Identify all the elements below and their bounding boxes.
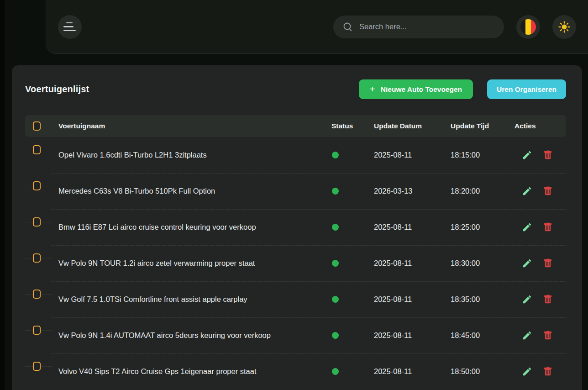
- edit-button[interactable]: [522, 150, 532, 160]
- column-header-update-datum: Update Datum: [374, 122, 451, 130]
- trash-icon: [543, 186, 552, 196]
- trash-icon: [543, 367, 552, 376]
- belgium-flag-icon: [520, 19, 536, 35]
- row-checkbox[interactable]: [33, 181, 41, 190]
- delete-button[interactable]: [543, 295, 552, 304]
- update-time: 18:15:00: [451, 151, 514, 159]
- update-date: 2025-08-11: [374, 223, 451, 232]
- row-checkbox-cell: [25, 209, 58, 245]
- delete-button[interactable]: [543, 150, 552, 160]
- trash-icon: [543, 295, 552, 304]
- table-body: Opel Vivaro 1.6cdti Bi-Turbo L2H1 3zitpl…: [25, 137, 566, 390]
- edit-pencil-icon: [522, 330, 532, 341]
- edit-pencil-icon: [522, 258, 532, 269]
- update-time: 18:35:00: [451, 295, 514, 304]
- add-vehicle-label: Nieuwe Auto Toevoegen: [381, 85, 462, 94]
- table-row: Mercedes C63s V8 Bi-Turbo 510Pk Full Opt…: [25, 173, 566, 209]
- status-cell: [331, 368, 374, 375]
- delete-button[interactable]: [543, 367, 552, 376]
- row-checkbox-cell: [25, 353, 58, 390]
- status-dot: [332, 152, 339, 158]
- row-checkbox-cell: [25, 281, 58, 317]
- vehicle-name: Volvo V40 Sips T2 Airco Cruise Gps 1eige…: [58, 367, 331, 376]
- update-time: 18:20:00: [451, 187, 514, 195]
- vehicle-name: Vw Polo 9N TOUR 1.2i airco zetel verwarm…: [58, 259, 331, 268]
- card-header: Voertuigenlijst + Nieuwe Auto Toevoegen …: [12, 65, 582, 99]
- row-checkbox-cell: [25, 173, 58, 209]
- edit-pencil-icon: [522, 150, 532, 160]
- table-row: Vw Polo 9N TOUR 1.2i airco zetel verwarm…: [25, 245, 566, 281]
- status-cell: [331, 260, 374, 267]
- vehicles-table: Voertuignaam Status Update Datum Update …: [25, 115, 566, 390]
- page-title: Voertuigenlijst: [25, 84, 89, 95]
- update-time: 18:45:00: [451, 331, 514, 340]
- status-cell: [331, 152, 374, 158]
- delete-button[interactable]: [543, 222, 552, 232]
- search-icon: [342, 21, 353, 32]
- row-checkbox-cell: [25, 317, 58, 353]
- actions-cell: [514, 186, 566, 196]
- row-checkbox[interactable]: [33, 326, 41, 335]
- edit-button[interactable]: [522, 258, 532, 269]
- topbar-right: [333, 15, 576, 39]
- row-checkbox[interactable]: [33, 290, 41, 299]
- status-dot: [332, 224, 339, 231]
- row-checkbox[interactable]: [33, 362, 41, 371]
- edit-pencil-icon: [522, 294, 532, 305]
- row-checkbox[interactable]: [33, 217, 41, 227]
- language-button[interactable]: [516, 15, 540, 39]
- vehicle-name: Mercedes C63s V8 Bi-Turbo 510Pk Full Opt…: [58, 187, 331, 195]
- table-row: Volvo V40 Sips T2 Airco Cruise Gps 1eige…: [25, 353, 566, 390]
- sidebar-edge: [0, 0, 5, 390]
- header-actions: + Nieuwe Auto Toevoegen Uren Organiseren: [359, 79, 566, 99]
- table-row: Vw Polo 9N 1.4i AUTOMAAT airco 5deurs ke…: [25, 317, 566, 353]
- theme-toggle-button[interactable]: [552, 15, 576, 39]
- vehicle-name: Opel Vivaro 1.6cdti Bi-Turbo L2H1 3zitpl…: [58, 151, 331, 159]
- delete-button[interactable]: [543, 186, 552, 196]
- actions-cell: [514, 222, 566, 232]
- add-vehicle-button[interactable]: + Nieuwe Auto Toevoegen: [359, 79, 473, 99]
- search-input[interactable]: [359, 22, 496, 31]
- actions-cell: [514, 258, 566, 269]
- table-header-row: Voertuignaam Status Update Datum Update …: [25, 115, 566, 137]
- status-cell: [331, 332, 374, 339]
- plus-icon: +: [370, 84, 375, 94]
- actions-cell: [514, 330, 566, 341]
- search-bar[interactable]: [333, 16, 504, 38]
- edit-button[interactable]: [522, 222, 532, 232]
- row-checkbox[interactable]: [33, 253, 41, 263]
- update-time: 18:25:00: [451, 223, 514, 232]
- status-cell: [331, 296, 374, 303]
- edit-pencil-icon: [522, 366, 532, 377]
- update-date: 2025-08-11: [374, 151, 451, 159]
- select-all-checkbox[interactable]: [33, 121, 41, 131]
- organize-hours-button[interactable]: Uren Organiseren: [487, 79, 566, 99]
- trash-icon: [543, 331, 552, 340]
- status-dot: [332, 260, 339, 267]
- row-checkbox[interactable]: [33, 145, 41, 154]
- edit-button[interactable]: [522, 366, 532, 377]
- edit-button[interactable]: [522, 330, 532, 341]
- edit-button[interactable]: [522, 186, 532, 196]
- select-all-cell: [25, 115, 58, 137]
- table-row: Vw Golf 7.5 1.0TSi Comfortline front ass…: [25, 281, 566, 317]
- column-header-update-tijd: Update Tijd: [451, 122, 514, 130]
- delete-button[interactable]: [543, 258, 552, 268]
- status-dot: [332, 368, 339, 375]
- update-date: 2025-08-11: [374, 331, 451, 340]
- table-row: Bmw 116i E87 Lci airco cruise control ke…: [25, 209, 566, 245]
- column-header-acties: Acties: [514, 122, 566, 130]
- menu-button[interactable]: [58, 15, 82, 39]
- update-date: 2025-08-11: [374, 367, 451, 376]
- trash-icon: [543, 258, 552, 268]
- actions-cell: [514, 294, 566, 305]
- column-header-status: Status: [331, 122, 374, 130]
- actions-cell: [514, 366, 566, 377]
- edit-button[interactable]: [522, 294, 532, 305]
- row-checkbox-cell: [25, 245, 58, 281]
- status-cell: [331, 188, 374, 195]
- table-row: Opel Vivaro 1.6cdti Bi-Turbo L2H1 3zitpl…: [25, 137, 566, 173]
- edit-pencil-icon: [522, 186, 532, 196]
- vehicle-name: Bmw 116i E87 Lci airco cruise control ke…: [58, 223, 331, 232]
- delete-button[interactable]: [543, 331, 552, 340]
